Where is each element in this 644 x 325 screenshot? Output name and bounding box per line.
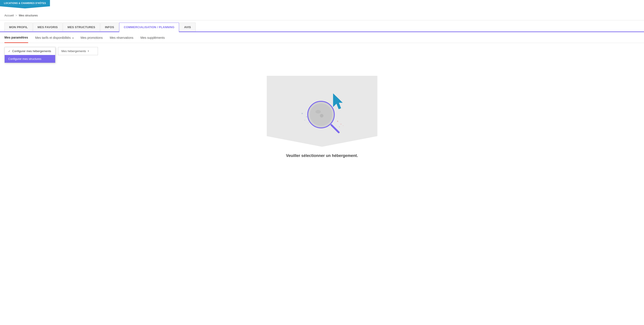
- svg-point-2: [304, 120, 305, 121]
- empty-state-message: Veuiller sélectionner un hébergement.: [286, 153, 358, 158]
- breadcrumb: Accueil > Mes structures: [0, 11, 644, 21]
- breadcrumb-separator: >: [16, 14, 17, 17]
- top-nav: MON PROFIL MES FAVORIS MES STRUCTURES IN…: [0, 23, 644, 32]
- hebergement-select[interactable]: Mes hébergements ▾: [58, 47, 98, 55]
- breadcrumb-current: Mes structures: [19, 14, 38, 17]
- subnav-promotions[interactable]: Mes promotions: [81, 36, 103, 43]
- svg-point-1: [306, 116, 307, 118]
- empty-illustration: [289, 83, 355, 140]
- chevron-down-icon: ▾: [88, 50, 89, 53]
- logo-area: LOCATIONS & CHAMBRES D'HÔTES: [0, 0, 644, 11]
- sub-nav: Mes paramètres Mes tarifs et disponibili…: [0, 32, 644, 43]
- config-dropdown-menu: ✓ Configurer mes hébergements Configurer…: [4, 47, 56, 63]
- chevron-down-icon: ▾: [72, 37, 74, 39]
- breadcrumb-home[interactable]: Accueil: [4, 14, 14, 17]
- subnav-tarifs[interactable]: Mes tarifs et disponibilités ▾: [35, 36, 74, 43]
- subnav-supplements[interactable]: Mes suppléments: [140, 36, 165, 43]
- subnav-reservations[interactable]: Mes réservations: [110, 36, 133, 43]
- tab-commercialisation[interactable]: COMMERCIALISATION / PLANNING: [119, 23, 179, 32]
- logo-shape: LOCATIONS & CHAMBRES D'HÔTES: [0, 0, 50, 9]
- svg-point-10: [316, 110, 321, 114]
- tab-structures[interactable]: MES STRUCTURES: [63, 23, 100, 32]
- check-icon: ✓: [8, 50, 10, 53]
- config-dropdown-area: ✓ Configurer mes hébergements Configurer…: [0, 43, 644, 67]
- svg-point-4: [337, 121, 338, 122]
- svg-marker-13: [333, 94, 342, 109]
- svg-point-5: [340, 124, 342, 125]
- svg-line-12: [332, 125, 339, 132]
- subnav-parametres[interactable]: Mes paramètres: [4, 36, 28, 43]
- svg-point-3: [308, 122, 309, 123]
- logo-text: LOCATIONS & CHAMBRES D'HÔTES: [4, 2, 46, 5]
- svg-point-0: [302, 113, 303, 114]
- svg-point-7: [343, 126, 344, 126]
- tab-infos[interactable]: INFOS: [100, 23, 119, 32]
- tab-favoris[interactable]: MES FAVORIS: [33, 23, 62, 32]
- tab-avis[interactable]: AVIS: [180, 23, 196, 32]
- dropdown-item-hebergements[interactable]: ✓ Configurer mes hébergements: [5, 47, 55, 55]
- svg-point-6: [339, 126, 340, 127]
- illustration-box: [267, 76, 378, 147]
- tab-profil[interactable]: MON PROFIL: [4, 23, 32, 32]
- dropdown-item-structures[interactable]: Configurer mes structures: [5, 55, 55, 63]
- illustration-area: Veuiller sélectionner un hébergement.: [0, 67, 644, 171]
- svg-point-11: [320, 114, 324, 118]
